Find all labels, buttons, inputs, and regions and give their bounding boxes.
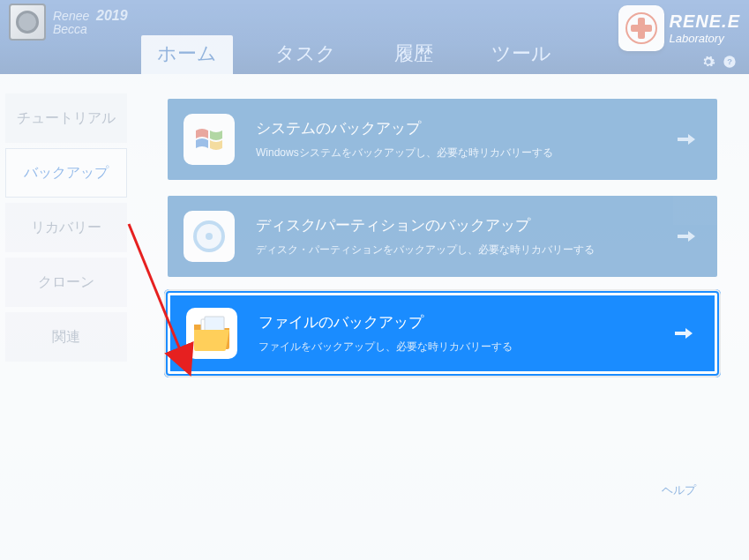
sidebar-item-recovery[interactable]: リカバリー bbox=[5, 203, 127, 252]
sidebar-item-backup[interactable]: バックアップ bbox=[5, 148, 127, 198]
gear-icon[interactable] bbox=[701, 55, 715, 69]
tab-history[interactable]: 履歴 bbox=[378, 35, 449, 74]
disk-icon bbox=[184, 211, 235, 262]
arrow-right-icon bbox=[674, 324, 693, 343]
safe-icon bbox=[9, 4, 46, 41]
app-name-2: Becca bbox=[53, 22, 87, 36]
app-name-1: Renee bbox=[53, 9, 89, 23]
card-system-backup[interactable]: システムのバックアップ Windowsシステムをバックアップし、必要な時リカバリ… bbox=[168, 99, 717, 180]
card-desc: ディスク・パーティションをバックアップし、必要な時リカバリーする bbox=[256, 243, 595, 258]
brand-line-1: RENE.E bbox=[670, 11, 740, 32]
app-title: Renee 2019 Becca bbox=[53, 8, 128, 37]
arrow-right-icon bbox=[677, 130, 696, 149]
sidebar: チュートリアル バックアップ リカバリー クローン 関連 bbox=[0, 74, 132, 560]
title-bar: Renee 2019 Becca ホーム タスク 履歴 ツール RENE.E L… bbox=[0, 0, 749, 74]
card-file-backup[interactable]: ファイルのバックアップ ファイルをバックアップし、必要な時リカバリーする bbox=[168, 293, 717, 374]
svg-rect-9 bbox=[205, 317, 224, 331]
windows-flag-icon bbox=[184, 114, 235, 165]
card-title: ファイルのバックアップ bbox=[258, 312, 513, 332]
folder-icon bbox=[186, 308, 237, 359]
main-panel: システムのバックアップ Windowsシステムをバックアップし、必要な時リカバリ… bbox=[132, 74, 749, 560]
sidebar-item-related[interactable]: 関連 bbox=[5, 312, 127, 362]
tab-home[interactable]: ホーム bbox=[141, 35, 233, 74]
medical-cross-icon bbox=[625, 11, 658, 45]
brand-line-2: Laboratory bbox=[670, 32, 740, 45]
tab-task[interactable]: タスク bbox=[259, 35, 352, 74]
sidebar-item-tutorial[interactable]: チュートリアル bbox=[5, 93, 127, 143]
brand-badge bbox=[618, 5, 664, 51]
brand-text: RENE.E Laboratory bbox=[670, 11, 740, 45]
help-link[interactable]: ヘルプ bbox=[662, 482, 696, 498]
svg-rect-2 bbox=[631, 25, 652, 32]
card-desc: ファイルをバックアップし、必要な時リカバリーする bbox=[258, 340, 513, 355]
tab-tool[interactable]: ツール bbox=[476, 35, 567, 74]
card-disk-backup[interactable]: ディスク/パーティションのバックアップ ディスク・パーティションをバックアップし… bbox=[168, 196, 717, 277]
svg-text:?: ? bbox=[727, 57, 732, 66]
svg-point-7 bbox=[206, 233, 213, 240]
card-desc: Windowsシステムをバックアップし、必要な時リカバリーする bbox=[256, 146, 553, 161]
brand-area: RENE.E Laboratory bbox=[618, 5, 740, 51]
arrow-right-icon bbox=[677, 227, 696, 246]
app-year: 2019 bbox=[96, 8, 128, 23]
main-tabs: ホーム タスク 履歴 ツール bbox=[141, 35, 567, 74]
card-title: ディスク/パーティションのバックアップ bbox=[256, 215, 595, 235]
app-logo-area: Renee 2019 Becca bbox=[0, 0, 137, 44]
card-title: システムのバックアップ bbox=[256, 118, 553, 138]
sidebar-item-clone[interactable]: クローン bbox=[5, 258, 127, 307]
help-icon[interactable]: ? bbox=[723, 55, 737, 69]
